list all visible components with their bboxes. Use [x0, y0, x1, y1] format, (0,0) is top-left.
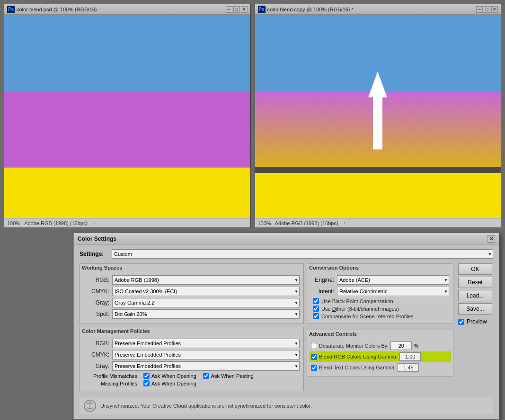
save-button[interactable]: Save...: [458, 303, 492, 315]
blend-rgb-label: Blend RGB Colors Using Gamma:: [319, 354, 398, 359]
blend-text-checkbox[interactable]: [311, 365, 317, 371]
cm-rgb-label: RGB:: [84, 340, 112, 347]
canvas-content-2: [255, 15, 501, 218]
preview-checkbox[interactable]: [458, 319, 464, 325]
window-title-2: color blend copy @ 100% (RGB/16) *: [267, 7, 354, 12]
conversion-title: Conversion Options: [307, 264, 453, 271]
spot-label: Spot:: [84, 311, 112, 317]
intent-select[interactable]: Relative Colorimetric: [337, 287, 449, 296]
ask-when-opening-mismatch-label: Ask When Opening: [143, 373, 196, 379]
ok-button[interactable]: OK: [458, 263, 492, 275]
ps-icon-2: Ps: [258, 6, 266, 13]
dialog-close-button[interactable]: ✕: [487, 235, 495, 243]
yellow-stripe-2: [255, 173, 501, 218]
minimize-btn-2[interactable]: ─: [476, 6, 483, 13]
intent-row: Intent: Relative Colorimetric: [311, 287, 449, 296]
cmyk-select[interactable]: ISO Coated v2 300% (ECI): [112, 287, 300, 296]
minimize-btn-1[interactable]: ─: [226, 6, 232, 13]
desaturate-input[interactable]: [390, 341, 412, 350]
zoom-1: 100%: [7, 220, 20, 226]
window-titlebar-2: Ps color blend copy @ 100% (RGB/16) * ─ …: [255, 4, 501, 15]
spot-select[interactable]: Dot Gain 20%: [112, 309, 300, 319]
cm-cmyk-select[interactable]: Preserve Embedded Profiles: [112, 350, 300, 359]
blend-text-input[interactable]: [398, 363, 419, 372]
conversion-options-section: Conversion Options Engine: Adobe (ACE) I: [307, 263, 453, 324]
working-spaces-inner: RGB: Adobe RGB (1998) CMYK:: [80, 273, 303, 324]
cm-gray-label: Gray:: [84, 363, 112, 369]
missing-ask-when-opening-label: Ask When Opening: [143, 380, 196, 386]
engine-row: Engine: Adobe (ACE): [311, 275, 449, 285]
window-controls-1[interactable]: ─ □ ✕: [226, 6, 248, 13]
maximize-btn-1[interactable]: □: [233, 6, 240, 13]
dialog-body: Settings: Custom Working Spaces RGB:: [74, 245, 499, 419]
ask-when-opening-mismatch-checkbox[interactable]: [143, 373, 150, 379]
blend-rgb-input[interactable]: [399, 352, 421, 361]
desaturate-row: Desaturate Monitor Colors By: %: [311, 341, 449, 350]
dither-row: Use Dither (8-bit/channel images): [311, 306, 449, 312]
ask-when-pasting-checkbox[interactable]: [203, 373, 209, 379]
arrow-head: [368, 71, 387, 97]
rgb-select[interactable]: Adobe RGB (1998): [112, 275, 300, 285]
color-management-title: Color Management Policies: [80, 327, 303, 335]
window-title-1: color blend.psd @ 100% (RGB/16): [17, 7, 97, 12]
cm-gray-row: Gray: Preserve Embedded Profiles: [84, 361, 300, 371]
compensate-row: Compensate for Scene-referred Profiles: [311, 313, 449, 319]
advanced-inner: Desaturate Monitor Colors By: % Blend RG…: [307, 340, 453, 376]
desaturate-checkbox[interactable]: [311, 343, 317, 349]
missing-profiles-row: Missing Profiles: Ask When Opening: [84, 380, 300, 386]
missing-ask-when-opening-checkbox[interactable]: [143, 380, 150, 386]
dither-label: Use Dither (8-bit/channel images): [321, 306, 399, 312]
blend-text-row: Blend Text Colors Using Gamma:: [311, 363, 449, 372]
intent-label: Intent:: [311, 288, 337, 295]
arrow-status-2: ›: [344, 220, 346, 226]
cm-rgb-select[interactable]: Preserve Embedded Profiles: [112, 339, 300, 348]
window-titlebar-1: Ps color blend.psd @ 100% (RGB/16) ─ □ ✕: [4, 4, 250, 15]
arrow-overlay: [368, 71, 387, 149]
buttons-column: OK Reset Load... Save... Preview: [456, 263, 493, 394]
dither-checkbox[interactable]: [313, 306, 319, 312]
ask-when-pasting-text: Ask When Pasting: [211, 373, 254, 379]
gray-select[interactable]: Gray Gamma 2.2: [112, 298, 300, 307]
canvas-window-1: Ps color blend.psd @ 100% (RGB/16) ─ □ ✕…: [4, 4, 251, 228]
preview-row: Preview: [458, 318, 493, 325]
black-point-row: Use Black Point Compensation: [311, 298, 449, 304]
gray-row: Gray: Gray Gamma 2.2: [84, 298, 300, 307]
black-point-label: Use Black Point Compensation: [321, 298, 393, 304]
dialog-main: Working Spaces RGB: Adobe RGB (1998) CMY: [80, 263, 493, 394]
spot-row: Spot: Dot Gain 20%: [84, 309, 300, 319]
close-btn-1[interactable]: ✕: [241, 6, 248, 13]
cmyk-row: CMYK: ISO Coated v2 300% (ECI): [84, 287, 300, 296]
close-btn-2[interactable]: ✕: [491, 6, 498, 13]
working-spaces-title: Working Spaces: [80, 264, 303, 271]
advanced-controls-section: Advanced Controls Desaturate Monitor Col…: [307, 330, 453, 376]
window-controls-2[interactable]: ─ □ ✕: [476, 6, 498, 13]
sync-status-text: Unsynchronized: Your Creative Cloud appl…: [100, 403, 312, 409]
maximize-btn-2[interactable]: □: [484, 6, 490, 13]
engine-select[interactable]: Adobe (ACE): [337, 275, 449, 285]
compensate-checkbox[interactable]: [313, 313, 319, 319]
purple-stripe-1: [4, 92, 250, 167]
color-management-section: Color Management Policies RGB: Preserve …: [80, 327, 304, 391]
sync-icon: [83, 399, 97, 412]
cm-cmyk-label: CMYK:: [84, 351, 112, 358]
black-point-checkbox[interactable]: [313, 298, 319, 304]
ask-when-opening-mismatch-text: Ask When Opening: [151, 373, 196, 379]
rgb-row: RGB: Adobe RGB (1998): [84, 275, 300, 285]
reset-button[interactable]: Reset: [458, 277, 492, 288]
desaturate-label: Desaturate Monitor Colors By:: [319, 343, 389, 349]
load-button[interactable]: Load...: [458, 290, 492, 301]
blend-rgb-checkbox[interactable]: [311, 354, 317, 360]
engine-label: Engine:: [311, 277, 337, 283]
compensate-label: Compensate for Scene-referred Profiles: [321, 314, 413, 319]
settings-select[interactable]: Custom: [112, 249, 493, 259]
missing-profiles-label: Missing Profiles:: [84, 381, 141, 386]
status-bar: Unsynchronized: Your Creative Cloud appl…: [80, 397, 493, 414]
statusbar-1: 100% Adobe RGB (1998) (16bpc) ›: [4, 218, 250, 228]
blend-text-label: Blend Text Colors Using Gamma:: [319, 365, 396, 370]
working-spaces-section: Working Spaces RGB: Adobe RGB (1998) CMY: [80, 263, 304, 324]
profile-2: Adobe RGB (1998) (16bpc): [275, 220, 338, 226]
advanced-title: Advanced Controls: [307, 330, 453, 338]
canvas-window-2: Ps color blend copy @ 100% (RGB/16) * ─ …: [255, 4, 502, 228]
color-settings-dialog: Color Settings ✕ Settings: Custom Workin…: [73, 233, 499, 420]
cm-gray-select[interactable]: Preserve Embedded Profiles: [112, 361, 300, 371]
